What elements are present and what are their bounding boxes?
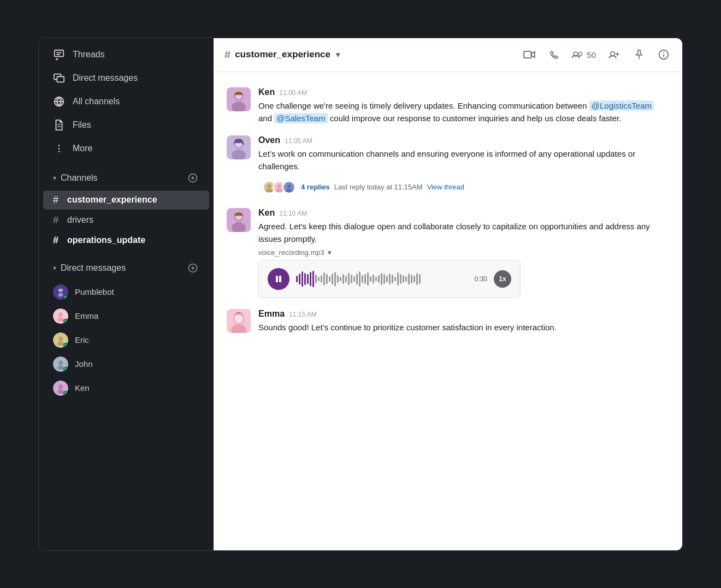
channel-header-left: # customer_experience ▾	[224, 49, 340, 61]
svg-point-55	[286, 188, 293, 192]
message-body-oven: Oven 11:05 AM Let’s work on communicatio…	[258, 135, 669, 197]
message-time: 11:15 AM	[289, 311, 317, 318]
avatar-john	[53, 357, 68, 372]
info-button[interactable]	[656, 47, 671, 62]
svg-point-26	[58, 336, 63, 341]
sidebar-item-more[interactable]: More	[43, 137, 209, 160]
svg-point-53	[276, 188, 283, 192]
svg-rect-21	[58, 293, 63, 296]
dm-name: Emma	[75, 311, 98, 320]
channel-item-customer-experience[interactable]: # customer_experience	[43, 191, 209, 210]
mention-logistics[interactable]: @LogisticsTeam	[589, 100, 654, 111]
message-group-ken-2: Ken 11:10 AM Agreed. Let’s keep this dia…	[227, 204, 669, 303]
channel-name: operations_update	[67, 235, 145, 245]
svg-rect-32	[524, 51, 531, 58]
speed-button[interactable]: 1x	[494, 270, 511, 288]
sidebar-item-direct-messages[interactable]: Direct messages	[43, 67, 209, 90]
avatar-pumblebot	[53, 284, 68, 300]
svg-rect-0	[55, 50, 64, 56]
sidebar-item-files[interactable]: Files	[43, 114, 209, 136]
channel-item-drivers[interactable]: # drivers	[43, 211, 209, 230]
pause-button[interactable]	[268, 268, 289, 290]
svg-point-50	[267, 184, 271, 188]
avatar-emma	[53, 308, 68, 324]
channel-header: # customer_experience ▾	[214, 38, 682, 72]
chevron-down-icon-dm: ▾	[53, 264, 56, 272]
members-count-button[interactable]: 50	[571, 50, 596, 60]
avatar-eric	[53, 332, 68, 348]
avatar-oven-msg	[227, 135, 251, 159]
message-author: Emma	[258, 309, 285, 319]
voice-filename[interactable]: voice_recording.mp3 ▾	[258, 248, 669, 257]
view-thread-link[interactable]: View thread	[427, 183, 464, 191]
thread-replies[interactable]: 4 replies Last reply today at 11:15AM Vi…	[258, 177, 669, 197]
status-dot	[63, 367, 68, 372]
hash-icon: #	[53, 194, 62, 206]
message-time: 11:10 AM	[279, 210, 307, 217]
message-body-emma: Emma 11:15 AM Sounds good! Let’s continu…	[258, 309, 669, 334]
sidebar-item-all-channels[interactable]: All channels	[43, 90, 209, 113]
message-body-ken-2: Ken 11:10 AM Agreed. Let’s keep this dia…	[258, 208, 669, 299]
message-author: Oven	[258, 135, 280, 145]
channel-name: customer_experience	[67, 195, 157, 205]
svg-point-54	[287, 184, 291, 188]
dm-item-emma[interactable]: Emma	[43, 305, 209, 328]
message-group-oven: Oven 11:05 AM Let’s work on communicatio…	[227, 131, 669, 201]
channels-section-label: Channels	[61, 173, 98, 183]
channels-section-left: ▾ Channels	[53, 173, 98, 183]
dm-name: Pumblebot	[75, 287, 114, 296]
svg-point-51	[266, 188, 273, 192]
dm-section-label: Direct messages	[61, 263, 126, 273]
message-time: 11:00 AM	[279, 89, 307, 97]
svg-point-65	[234, 314, 243, 323]
more-label: More	[73, 144, 92, 153]
svg-point-34	[579, 52, 582, 55]
message-text-ken-1: One challenge we're seeing is timely del…	[258, 99, 669, 125]
svg-point-23	[61, 289, 63, 291]
dm-item-eric[interactable]: Eric	[43, 329, 209, 352]
dm-item-john[interactable]: John	[43, 353, 209, 376]
phone-call-button[interactable]	[547, 47, 562, 62]
files-label: Files	[73, 120, 91, 130]
mention-sales[interactable]: @SalesTeam	[274, 113, 327, 123]
message-author: Ken	[258, 87, 275, 97]
svg-point-35	[611, 52, 615, 56]
chevron-down-icon: ▾	[328, 248, 332, 257]
dm-label: Direct messages	[73, 73, 138, 83]
message-group-emma: Emma 11:15 AM Sounds good! Let’s continu…	[227, 305, 669, 338]
main-content: # customer_experience ▾	[214, 38, 682, 550]
voice-player: 0:30 1x	[258, 260, 521, 298]
pin-button[interactable]	[632, 47, 646, 62]
message-header-ken-1: Ken 11:00 AM	[258, 87, 669, 97]
files-icon	[53, 119, 65, 131]
add-channel-button[interactable]	[186, 171, 199, 185]
dm-item-pumblebot[interactable]: Pumblebot	[43, 281, 209, 304]
audio-duration: 0:30	[475, 275, 487, 283]
dm-name: Eric	[75, 335, 89, 345]
avatar-ken	[53, 381, 68, 396]
message-header-emma: Emma 11:15 AM	[258, 309, 669, 319]
channel-header-name: customer_experience	[235, 49, 330, 60]
avatar-emma-msg	[227, 309, 251, 333]
audio-waveform	[296, 270, 468, 288]
dm-item-ken[interactable]: Ken	[43, 377, 209, 400]
channel-name: drivers	[67, 215, 93, 225]
add-dm-button[interactable]	[186, 262, 199, 275]
sidebar-item-threads[interactable]: Threads	[43, 43, 209, 66]
message-author: Ken	[258, 208, 275, 218]
channel-dropdown-icon[interactable]: ▾	[336, 50, 340, 59]
dm-icon	[53, 72, 65, 84]
message-text-emma: Sounds good! Let’s continue to prioritiz…	[258, 321, 669, 334]
avatar-ken-msg	[227, 87, 251, 111]
messages-area: Ken 11:00 AM One challenge we're seeing …	[214, 72, 682, 550]
channels-section-header[interactable]: ▾ Channels	[43, 167, 209, 189]
channel-item-operations-update[interactable]: # operations_update	[43, 231, 209, 250]
channel-hash-icon: #	[224, 49, 231, 61]
dm-section-header[interactable]: ▾ Direct messages	[43, 257, 209, 279]
add-member-button[interactable]	[606, 47, 622, 62]
message-text-ken-2: Agreed. Let’s keep this dialogue open an…	[258, 220, 669, 246]
video-call-button[interactable]	[521, 48, 537, 61]
status-dot	[63, 295, 68, 300]
svg-rect-4	[57, 76, 64, 82]
svg-point-41	[663, 52, 664, 53]
